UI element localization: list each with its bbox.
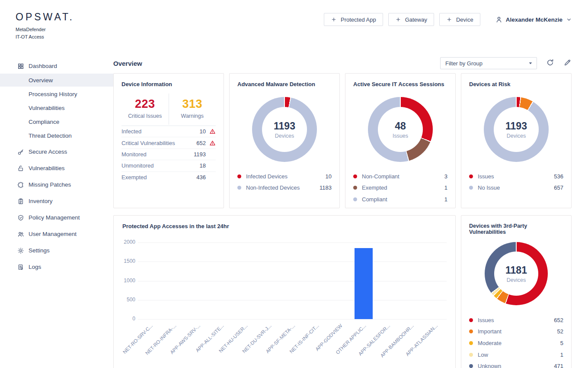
page-title: Overview (113, 60, 142, 67)
brand-wordmark: OPSWAT. (16, 11, 74, 23)
sidebar-item-label: Policy Management (29, 214, 80, 221)
add-device-button[interactable]: Device (439, 13, 480, 26)
button-label: Protected App (341, 16, 376, 23)
bar-other-applic[interactable] (355, 248, 373, 319)
legend-item-low: Low1 (469, 349, 563, 361)
donut-center-label: Devices (507, 277, 526, 283)
sidebar-item-inventory[interactable]: Inventory (0, 194, 113, 208)
device-info-row-exempted: Exempted436 (121, 172, 216, 183)
shield-check-icon (17, 214, 24, 221)
donut-center-label: Devices (507, 133, 526, 139)
sidebar-item-policy-management[interactable]: Policy Management (0, 211, 113, 224)
warnings-label: Warnings (169, 113, 216, 119)
sidebar-item-vulnerabilities[interactable]: Vulnerabilities (0, 161, 113, 175)
legend-value: 657 (554, 184, 563, 191)
row-label: Exempted (121, 174, 196, 181)
warnings-stat: 313 Warnings (169, 94, 216, 125)
device-info-rows: Infected10Critical Vulnerabilities652Mon… (121, 126, 216, 183)
vulnerabilities-donut-chart[interactable]: 1181 Devices (485, 242, 548, 305)
sessions-donut-chart[interactable]: 48 Issues (368, 97, 433, 162)
legend-label: Issues (478, 173, 494, 180)
user-menu[interactable]: Alexander McKenzie (495, 16, 572, 23)
sidebar-item-label: Dashboard (29, 63, 57, 69)
legend-label: Exempted (362, 184, 387, 191)
legend-value: 652 (554, 317, 563, 323)
legend-label: Non-Compliant (362, 173, 399, 180)
sidebar-item-label: Inventory (29, 198, 53, 204)
opswat-logo: OPSWAT. MetaDefender IT-OT Access (16, 11, 74, 41)
row-label: Critical Vulnerabilities (121, 140, 196, 146)
sidebar-item-settings[interactable]: Settings (0, 244, 113, 257)
sidebar-item-vulnerabilities[interactable]: Vulnerabilities (0, 101, 113, 114)
sidebar-item-compliance[interactable]: Compliance (0, 115, 113, 128)
legend-label: Non-Infected Devices (246, 184, 300, 191)
legend-label: Low (478, 352, 488, 358)
logs-icon (17, 264, 24, 271)
legend-value: 10 (326, 173, 332, 180)
donut-center: 1193 Devices (262, 107, 307, 152)
malware-donut-chart[interactable]: 1193 Devices (252, 97, 317, 162)
sidebar-item-processing-history[interactable]: Processing History (0, 87, 113, 100)
sidebar-item-logs[interactable]: Logs (0, 260, 113, 274)
refresh-button[interactable] (546, 58, 554, 68)
row-value: 652 (196, 140, 206, 146)
donut-center-label: Devices (275, 133, 294, 139)
gear-icon (17, 247, 24, 254)
y-axis-tick-label: 500 (121, 297, 135, 303)
card-device-information: Device Information 223 Critical Issues 3… (113, 73, 224, 208)
alert-triangle-icon (209, 128, 216, 135)
dashboard-grid-icon (17, 63, 24, 70)
row-value: 436 (196, 174, 206, 181)
y-axis-tick-label: 1000 (121, 278, 135, 284)
donut-center-value: 1181 (505, 265, 527, 276)
y-axis-tick-label: 1500 (121, 258, 135, 264)
sidebar-item-dashboard[interactable]: Dashboard (0, 59, 113, 73)
row-value: 18 (200, 162, 206, 169)
y-axis-tick-label: 2000 (121, 239, 135, 245)
legend-item-issues: Issues536 (469, 171, 563, 182)
group-filter-select[interactable]: Filter by Group (440, 57, 537, 69)
group-filter-value: Filter by Group (445, 60, 483, 67)
card-active-secure-it-access-sessions: Active Secure IT Access Sessions 48 Issu… (345, 73, 456, 208)
chevron-down-icon (566, 16, 572, 23)
row-label: Monitored (121, 151, 194, 158)
sidebar-item-missing-patches[interactable]: Missing Patches (0, 178, 113, 191)
device-info-row-infected: Infected10 (121, 126, 216, 137)
sidebar-item-secure-access[interactable]: Secure Access (0, 145, 113, 158)
plus-icon (331, 16, 337, 23)
card-3rd-party-vulnerabilities: Devices with 3rd-Party Vulnerabilities 1… (461, 215, 572, 368)
edit-dashboard-button[interactable] (563, 58, 572, 68)
puzzle-icon (17, 181, 24, 188)
add-gateway-button[interactable]: Gateway (388, 13, 434, 26)
gridline (138, 319, 447, 320)
legend-label: Infected Devices (246, 173, 288, 180)
y-axis-tick-label: 0 (121, 316, 135, 322)
legend-item-compliant: Compliant1 (353, 194, 447, 205)
donut-center-value: 1193 (505, 120, 527, 132)
legend-dot (353, 186, 357, 190)
sidebar-item-threat-detection[interactable]: Threat Detection (0, 129, 113, 142)
legend: Issues536No Issue657 (469, 171, 563, 194)
donut-center-label: Issues (393, 133, 408, 139)
legend-dot (237, 174, 241, 178)
button-label: Gateway (405, 16, 427, 23)
row-value: 10 (200, 128, 206, 135)
card-title: Active Secure IT Access Sessions (353, 81, 447, 87)
critical-issues-value: 223 (121, 97, 169, 111)
card-advanced-malware-detection: Advanced Malware Detection 1193 Devices … (229, 73, 340, 208)
warnings-value: 313 (169, 97, 216, 111)
person-icon (495, 16, 503, 23)
x-axis-tick-label: APP-ATLASSIAN... (374, 323, 435, 328)
card-devices-at-risk: Devices at Risk 1193 Devices Issues536No… (461, 73, 572, 208)
add-protected-app-button[interactable]: Protected App (324, 13, 383, 26)
card-title: Protected App Accesses in the last 24hr (122, 223, 447, 229)
legend-item-infected-devices: Infected Devices10 (237, 171, 332, 182)
card-title: Devices at Risk (469, 81, 563, 87)
sidebar-item-label: Vulnerabilities (29, 105, 65, 111)
risk-donut-chart[interactable]: 1193 Devices (484, 97, 549, 162)
refresh-icon (546, 58, 554, 67)
sidebar-item-overview[interactable]: Overview (0, 74, 113, 87)
legend: Non-Compliant3Exempted1Compliant1 (353, 171, 447, 205)
legend-label: Unknown (478, 363, 501, 368)
sidebar-item-user-management[interactable]: User Management (0, 227, 113, 241)
